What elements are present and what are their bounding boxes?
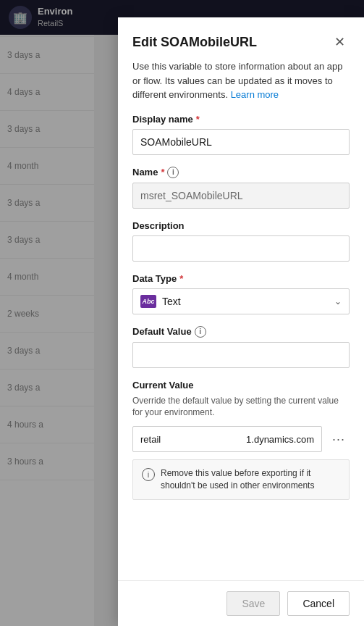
more-options-button[interactable]: ··· bbox=[328, 429, 350, 450]
default-value-label: Default Value i bbox=[132, 326, 350, 338]
cancel-button[interactable]: Cancel bbox=[287, 591, 350, 616]
dialog-header: Edit SOAMobileURL ✕ bbox=[118, 17, 364, 59]
required-star: * bbox=[196, 114, 200, 125]
current-value-section: Current Value Override the default value… bbox=[132, 380, 350, 500]
dialog-footer: Save Cancel bbox=[118, 580, 364, 626]
close-button[interactable]: ✕ bbox=[329, 32, 350, 52]
display-name-field: Display name * bbox=[132, 114, 350, 155]
type-icon: Abc bbox=[140, 295, 156, 308]
display-name-input[interactable] bbox=[132, 129, 350, 155]
dropdown-left: Abc Text bbox=[140, 295, 181, 308]
info-notice: i Remove this value before exporting if … bbox=[132, 459, 350, 500]
current-value-label: Current Value bbox=[132, 380, 350, 391]
name-input bbox=[132, 183, 350, 209]
description-label: Description bbox=[132, 220, 350, 231]
required-star: * bbox=[179, 273, 183, 284]
current-value-left-text: retail bbox=[133, 434, 168, 445]
description-field: Description bbox=[132, 220, 350, 262]
default-value-field: Default Value i bbox=[132, 326, 350, 368]
dialog-body: Use this variable to store information a… bbox=[118, 59, 364, 580]
dialog-title: Edit SOAMobileURL bbox=[132, 35, 257, 50]
data-type-dropdown[interactable]: Abc Text ⌄ bbox=[132, 288, 350, 314]
current-value-right-text: 1.dynamics.com bbox=[239, 434, 321, 445]
description-input[interactable] bbox=[132, 235, 350, 262]
data-type-value: Text bbox=[162, 296, 181, 307]
name-field: Name * i bbox=[132, 167, 350, 209]
name-label: Name * i bbox=[132, 167, 350, 178]
notice-text: Remove this value before exporting if it… bbox=[161, 467, 340, 492]
dialog-description: Use this variable to store information a… bbox=[132, 59, 350, 102]
current-value-input-wrap: retail 1.dynamics.com bbox=[132, 426, 322, 452]
default-value-input[interactable] bbox=[132, 342, 350, 368]
edit-dialog: Edit SOAMobileURL ✕ Use this variable to… bbox=[118, 17, 364, 626]
required-star: * bbox=[161, 167, 164, 178]
data-type-label: Data Type * bbox=[132, 273, 350, 284]
notice-icon: i bbox=[142, 468, 155, 481]
name-info-icon[interactable]: i bbox=[167, 167, 179, 178]
save-button[interactable]: Save bbox=[227, 591, 280, 616]
current-value-row: retail 1.dynamics.com ··· bbox=[132, 426, 350, 452]
chevron-down-icon: ⌄ bbox=[334, 296, 342, 306]
default-value-info-icon[interactable]: i bbox=[195, 326, 206, 338]
learn-more-link[interactable]: Learn more bbox=[231, 89, 279, 100]
display-name-label: Display name * bbox=[132, 114, 350, 125]
current-value-description: Override the default value by setting th… bbox=[132, 395, 350, 420]
data-type-field: Data Type * Abc Text ⌄ bbox=[132, 273, 350, 314]
